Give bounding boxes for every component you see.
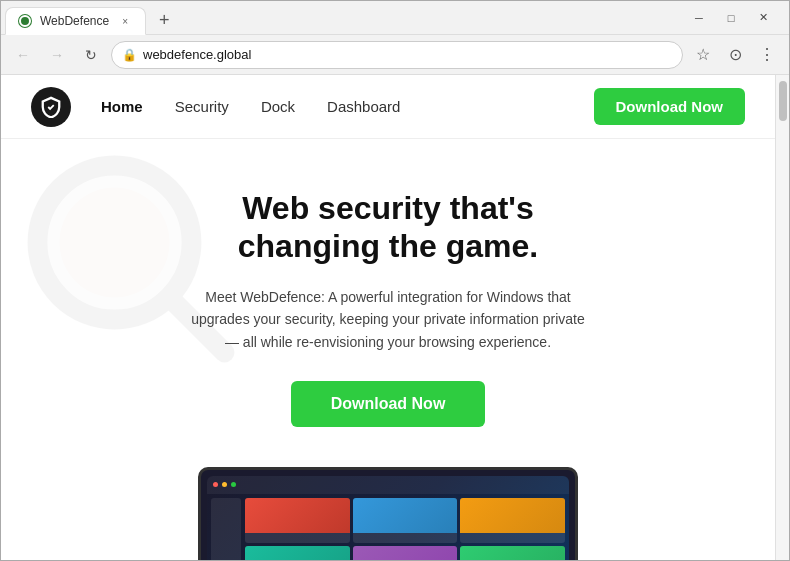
menu-button[interactable]: ⋮ [753,41,781,69]
hero-title: Web security that's changing the game. [128,189,648,266]
browser-window: WebDefence × + ─ □ ✕ ← → ↻ 🔒 [0,0,790,561]
new-tab-button[interactable]: + [150,6,178,34]
laptop-card-img-5 [353,546,458,560]
laptop-dot-green [231,482,236,487]
tab-title: WebDefence [40,14,109,28]
hero-description: Meet WebDefence: A powerful integration … [188,286,588,353]
tab-favicon [18,14,32,28]
lock-icon: 🔒 [122,48,137,62]
laptop-card-img-1 [245,498,350,533]
site-navbar: Home Security Dock Dashboard Download No… [1,75,775,139]
laptop-card-4 [245,546,350,560]
tab-close-button[interactable]: × [117,13,133,29]
page-content: Home Security Dock Dashboard Download No… [1,75,789,560]
nav-security[interactable]: Security [175,94,229,119]
window-controls: ─ □ ✕ [685,4,785,32]
browser-tab[interactable]: WebDefence × [5,7,146,35]
nav-home[interactable]: Home [101,94,143,119]
laptop-card-3 [460,498,565,544]
laptop-screen-inner [207,476,569,560]
profile-button[interactable]: ⊙ [721,41,749,69]
laptop-card-img-6 [460,546,565,560]
hero-section: risk.com Web security that's changing th… [1,139,775,560]
laptop-card-2 [353,498,458,544]
page-inner: Home Security Dock Dashboard Download No… [1,75,775,560]
toolbar-icons: ☆ ⊙ ⋮ [689,41,781,69]
tab-strip: WebDefence × + [5,1,685,34]
laptop-card-img-4 [245,546,350,560]
back-button[interactable]: ← [9,41,37,69]
close-button[interactable]: ✕ [749,4,777,32]
bookmark-button[interactable]: ☆ [689,41,717,69]
title-bar: WebDefence × + ─ □ ✕ [1,1,789,35]
laptop-card-5 [353,546,458,560]
laptop-content [207,494,569,560]
laptop-card-img-2 [353,498,458,533]
site-logo [31,87,71,127]
reload-button[interactable]: ↻ [77,41,105,69]
laptop-mockup [198,467,578,560]
scrollbar[interactable] [775,75,789,560]
url-text: webdefence.global [143,47,672,62]
nav-download-button[interactable]: Download Now [594,88,746,125]
nav-dock[interactable]: Dock [261,94,295,119]
minimize-button[interactable]: ─ [685,4,713,32]
laptop-card-img-3 [460,498,565,533]
laptop-main [245,498,565,560]
hero-content: Web security that's changing the game. M… [128,189,648,457]
nav-dashboard[interactable]: Dashboard [327,94,400,119]
scrollbar-thumb[interactable] [779,81,787,121]
forward-button[interactable]: → [43,41,71,69]
laptop-dot-red [213,482,218,487]
laptop-sidebar [211,498,241,560]
maximize-button[interactable]: □ [717,4,745,32]
nav-links: Home Security Dock Dashboard [101,94,594,119]
shield-svg-icon [40,96,62,118]
laptop-dot-yellow [222,482,227,487]
address-bar: ← → ↻ 🔒 webdefence.global ☆ ⊙ ⋮ [1,35,789,75]
url-bar[interactable]: 🔒 webdefence.global [111,41,683,69]
laptop-card-1 [245,498,350,544]
hero-download-button[interactable]: Download Now [291,381,486,427]
laptop-screen [198,467,578,560]
laptop-card-6 [460,546,565,560]
laptop-bar [207,476,569,494]
